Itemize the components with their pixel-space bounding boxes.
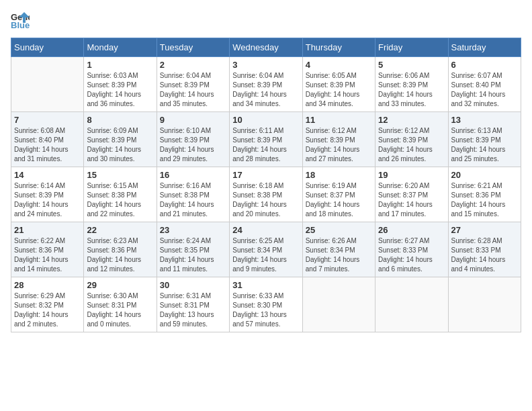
day-number: 11: [306, 115, 372, 125]
day-info: Sunrise: 6:26 AM Sunset: 8:34 PM Dayligh…: [306, 236, 372, 274]
day-cell: [375, 277, 448, 332]
day-number: 27: [451, 225, 518, 235]
day-header-sunday: Sunday: [11, 38, 84, 57]
logo-icon: General Blue: [11, 11, 30, 30]
day-info: Sunrise: 6:11 AM Sunset: 8:39 PM Dayligh…: [232, 126, 299, 164]
day-cell: 15Sunrise: 6:15 AM Sunset: 8:38 PM Dayli…: [84, 167, 157, 222]
calendar-table: SundayMondayTuesdayWednesdayThursdayFrid…: [11, 38, 521, 332]
day-number: 26: [378, 225, 445, 235]
day-info: Sunrise: 6:13 AM Sunset: 8:39 PM Dayligh…: [451, 126, 518, 164]
day-cell: 18Sunrise: 6:19 AM Sunset: 8:37 PM Dayli…: [302, 167, 375, 222]
day-cell: 2Sunrise: 6:04 AM Sunset: 8:39 PM Daylig…: [157, 57, 229, 112]
day-cell: 22Sunrise: 6:23 AM Sunset: 8:36 PM Dayli…: [84, 222, 157, 277]
day-number: 19: [378, 170, 445, 180]
day-number: 1: [87, 60, 153, 70]
day-number: 7: [14, 115, 81, 125]
day-info: Sunrise: 6:14 AM Sunset: 8:39 PM Dayligh…: [14, 181, 81, 219]
day-cell: 19Sunrise: 6:20 AM Sunset: 8:37 PM Dayli…: [375, 167, 448, 222]
day-info: Sunrise: 6:28 AM Sunset: 8:33 PM Dayligh…: [451, 236, 518, 274]
day-number: 28: [14, 280, 81, 290]
day-cell: 7Sunrise: 6:08 AM Sunset: 8:40 PM Daylig…: [11, 112, 84, 167]
day-number: 25: [306, 225, 372, 235]
day-header-thursday: Thursday: [302, 38, 375, 57]
week-row-5: 28Sunrise: 6:29 AM Sunset: 8:32 PM Dayli…: [11, 277, 521, 332]
day-cell: 5Sunrise: 6:06 AM Sunset: 8:39 PM Daylig…: [375, 57, 448, 112]
day-header-tuesday: Tuesday: [157, 38, 229, 57]
day-number: 15: [87, 170, 153, 180]
day-header-saturday: Saturday: [448, 38, 521, 57]
day-number: 22: [87, 225, 153, 235]
day-header-wednesday: Wednesday: [230, 38, 302, 57]
day-number: 4: [306, 60, 372, 70]
day-number: 6: [451, 60, 518, 70]
day-number: 21: [14, 225, 81, 235]
day-cell: 3Sunrise: 6:04 AM Sunset: 8:39 PM Daylig…: [230, 57, 302, 112]
day-info: Sunrise: 6:16 AM Sunset: 8:38 PM Dayligh…: [160, 181, 226, 219]
day-cell: 13Sunrise: 6:13 AM Sunset: 8:39 PM Dayli…: [448, 112, 521, 167]
day-info: Sunrise: 6:25 AM Sunset: 8:34 PM Dayligh…: [232, 236, 299, 274]
day-cell: 1Sunrise: 6:03 AM Sunset: 8:39 PM Daylig…: [84, 57, 157, 112]
day-cell: 9Sunrise: 6:10 AM Sunset: 8:39 PM Daylig…: [157, 112, 229, 167]
week-row-4: 21Sunrise: 6:22 AM Sunset: 8:36 PM Dayli…: [11, 222, 521, 277]
header-row: SundayMondayTuesdayWednesdayThursdayFrid…: [11, 38, 521, 57]
day-number: 2: [160, 60, 226, 70]
day-cell: 24Sunrise: 6:25 AM Sunset: 8:34 PM Dayli…: [230, 222, 302, 277]
day-info: Sunrise: 6:04 AM Sunset: 8:39 PM Dayligh…: [160, 71, 226, 109]
day-cell: 28Sunrise: 6:29 AM Sunset: 8:32 PM Dayli…: [11, 277, 84, 332]
week-row-2: 7Sunrise: 6:08 AM Sunset: 8:40 PM Daylig…: [11, 112, 521, 167]
day-number: 30: [160, 280, 226, 290]
day-cell: 26Sunrise: 6:27 AM Sunset: 8:33 PM Dayli…: [375, 222, 448, 277]
day-header-friday: Friday: [375, 38, 448, 57]
day-number: 18: [306, 170, 372, 180]
day-number: 16: [160, 170, 226, 180]
day-cell: 11Sunrise: 6:12 AM Sunset: 8:39 PM Dayli…: [302, 112, 375, 167]
day-cell: 31Sunrise: 6:33 AM Sunset: 8:30 PM Dayli…: [230, 277, 302, 332]
day-cell: 8Sunrise: 6:09 AM Sunset: 8:39 PM Daylig…: [84, 112, 157, 167]
day-info: Sunrise: 6:06 AM Sunset: 8:39 PM Dayligh…: [378, 71, 445, 109]
day-info: Sunrise: 6:19 AM Sunset: 8:37 PM Dayligh…: [306, 181, 372, 219]
day-number: 14: [14, 170, 81, 180]
day-number: 31: [232, 280, 299, 290]
day-info: Sunrise: 6:07 AM Sunset: 8:40 PM Dayligh…: [451, 71, 518, 109]
day-cell: 17Sunrise: 6:18 AM Sunset: 8:38 PM Dayli…: [230, 167, 302, 222]
day-info: Sunrise: 6:12 AM Sunset: 8:39 PM Dayligh…: [306, 126, 372, 164]
day-cell: 25Sunrise: 6:26 AM Sunset: 8:34 PM Dayli…: [302, 222, 375, 277]
day-cell: 14Sunrise: 6:14 AM Sunset: 8:39 PM Dayli…: [11, 167, 84, 222]
day-number: 12: [378, 115, 445, 125]
day-info: Sunrise: 6:33 AM Sunset: 8:30 PM Dayligh…: [232, 291, 299, 329]
day-cell: 27Sunrise: 6:28 AM Sunset: 8:33 PM Dayli…: [448, 222, 521, 277]
svg-text:Blue: Blue: [11, 20, 30, 30]
day-info: Sunrise: 6:30 AM Sunset: 8:31 PM Dayligh…: [87, 291, 153, 329]
day-header-monday: Monday: [84, 38, 157, 57]
day-info: Sunrise: 6:27 AM Sunset: 8:33 PM Dayligh…: [378, 236, 445, 274]
day-info: Sunrise: 6:03 AM Sunset: 8:39 PM Dayligh…: [87, 71, 153, 109]
day-info: Sunrise: 6:08 AM Sunset: 8:40 PM Dayligh…: [14, 126, 81, 164]
day-number: 29: [87, 280, 153, 290]
week-row-3: 14Sunrise: 6:14 AM Sunset: 8:39 PM Dayli…: [11, 167, 521, 222]
day-info: Sunrise: 6:09 AM Sunset: 8:39 PM Dayligh…: [87, 126, 153, 164]
day-info: Sunrise: 6:22 AM Sunset: 8:36 PM Dayligh…: [14, 236, 81, 274]
day-info: Sunrise: 6:15 AM Sunset: 8:38 PM Dayligh…: [87, 181, 153, 219]
week-row-1: 1Sunrise: 6:03 AM Sunset: 8:39 PM Daylig…: [11, 57, 521, 112]
day-info: Sunrise: 6:24 AM Sunset: 8:35 PM Dayligh…: [160, 236, 226, 274]
day-number: 20: [451, 170, 518, 180]
day-number: 10: [232, 115, 299, 125]
day-info: Sunrise: 6:20 AM Sunset: 8:37 PM Dayligh…: [378, 181, 445, 219]
day-info: Sunrise: 6:31 AM Sunset: 8:31 PM Dayligh…: [160, 291, 226, 329]
day-number: 9: [160, 115, 226, 125]
day-cell: 10Sunrise: 6:11 AM Sunset: 8:39 PM Dayli…: [230, 112, 302, 167]
day-info: Sunrise: 6:04 AM Sunset: 8:39 PM Dayligh…: [232, 71, 299, 109]
day-cell: [302, 277, 375, 332]
day-number: 13: [451, 115, 518, 125]
day-number: 23: [160, 225, 226, 235]
day-info: Sunrise: 6:21 AM Sunset: 8:36 PM Dayligh…: [451, 181, 518, 219]
day-cell: 16Sunrise: 6:16 AM Sunset: 8:38 PM Dayli…: [157, 167, 229, 222]
day-number: 3: [232, 60, 299, 70]
logo: General Blue: [11, 11, 32, 30]
header: General Blue: [11, 11, 521, 30]
day-info: Sunrise: 6:12 AM Sunset: 8:39 PM Dayligh…: [378, 126, 445, 164]
day-number: 8: [87, 115, 153, 125]
day-info: Sunrise: 6:29 AM Sunset: 8:32 PM Dayligh…: [14, 291, 81, 329]
day-cell: [448, 277, 521, 332]
day-cell: 20Sunrise: 6:21 AM Sunset: 8:36 PM Dayli…: [448, 167, 521, 222]
